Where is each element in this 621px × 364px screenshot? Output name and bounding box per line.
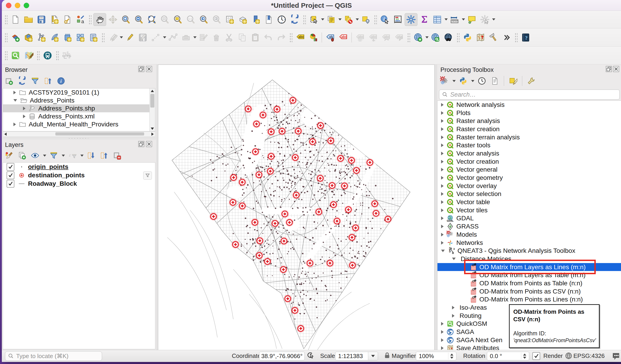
layers-float-icon[interactable]	[138, 141, 144, 147]
open-project-button[interactable]	[22, 14, 34, 26]
expand-arrow-icon[interactable]	[441, 176, 444, 180]
deselect-features-button[interactable]	[342, 14, 355, 26]
current-edits-dropdown-icon[interactable]	[120, 36, 123, 38]
browser-item[interactable]: Address_Points	[3, 96, 155, 104]
collapse-all-layers-button[interactable]	[99, 150, 109, 161]
add-web-service-button[interactable]	[412, 31, 424, 44]
expand-arrow-icon[interactable]	[441, 338, 444, 342]
lock-scale-icon[interactable]	[383, 352, 391, 360]
processing-options-button[interactable]	[526, 76, 537, 86]
processing-scripts-button[interactable]	[458, 76, 469, 86]
expand-arrow-icon[interactable]	[441, 216, 444, 220]
toolbar-drag-handle[interactable]	[374, 14, 377, 25]
browser-item[interactable]: Address_Points.xml	[3, 112, 155, 120]
expand-arrow-icon[interactable]	[441, 152, 444, 155]
zoom-last-button[interactable]	[198, 14, 210, 26]
new-temporary-layer-button[interactable]	[87, 31, 100, 44]
processing-tree-item[interactable]: Distance Matrices	[437, 255, 621, 263]
zoom-full-extent-button[interactable]	[146, 14, 158, 26]
toolbar-drag-handle[interactable]	[407, 32, 410, 43]
expand-arrow-icon[interactable]	[441, 241, 444, 245]
messages-icon[interactable]	[611, 351, 621, 361]
browser-properties-button[interactable]: i	[55, 76, 67, 86]
select-features-button[interactable]	[308, 14, 320, 26]
expand-arrow-icon[interactable]	[14, 91, 16, 94]
extents-toggle-icon[interactable]	[307, 351, 316, 361]
layer-labeling-button[interactable]: abc	[294, 31, 307, 44]
layers-close-icon[interactable]	[146, 141, 152, 147]
new-virtual-layer-button[interactable]	[74, 31, 86, 44]
expand-arrow-icon[interactable]	[441, 233, 444, 237]
new-print-layout-button[interactable]	[48, 14, 61, 26]
render-checkbox[interactable]	[533, 352, 540, 360]
toolbar-overflow-button[interactable]	[500, 31, 513, 44]
layer-visibility-checkbox[interactable]	[7, 172, 14, 179]
toolbar-drag-handle[interactable]	[4, 32, 7, 43]
crs-status[interactable]: EPSG:4326	[573, 352, 604, 360]
style-manager-button[interactable]: a	[74, 14, 86, 26]
processing-search-box[interactable]	[439, 90, 620, 100]
expand-arrow-icon[interactable]	[441, 160, 444, 163]
attribute-table-button[interactable]	[431, 14, 443, 26]
expand-arrow-icon[interactable]	[23, 115, 25, 118]
run-feature-action-dropdown-icon[interactable]	[492, 18, 495, 20]
expand-arrow-icon[interactable]	[441, 192, 444, 196]
locator-input[interactable]	[16, 352, 102, 360]
select-by-value-dropdown-icon[interactable]	[338, 18, 342, 20]
add-web-service-dropdown-icon[interactable]	[425, 36, 429, 38]
expand-arrow-icon[interactable]	[452, 306, 454, 309]
layer-visibility-checkbox[interactable]	[7, 180, 14, 188]
expand-arrow-icon[interactable]	[441, 346, 444, 350]
expand-arrow-icon[interactable]	[441, 225, 444, 228]
measure-button[interactable]	[448, 14, 461, 26]
zoom-to-selection-button[interactable]	[172, 14, 184, 26]
processing-tree-item[interactable]: Raster terrain analysis	[437, 133, 621, 142]
browser-item[interactable]: ACST5Y2019_S0101 (1)	[3, 88, 155, 96]
panel-splitter[interactable]	[2, 137, 156, 140]
magnifier-spin-icons[interactable]	[448, 353, 455, 360]
expand-arrow-icon[interactable]	[23, 107, 25, 110]
expand-arrow-icon[interactable]	[441, 103, 444, 107]
expand-arrow-icon[interactable]	[441, 136, 444, 139]
collapse-all-browser-button[interactable]	[43, 76, 53, 86]
layer-filter-indicator-icon[interactable]	[143, 172, 152, 180]
show-bookmarks-button[interactable]	[262, 14, 275, 26]
locator-search[interactable]	[5, 351, 102, 361]
select-features-dropdown-icon[interactable]	[321, 18, 324, 20]
browser-float-icon[interactable]	[138, 66, 144, 72]
expand-arrow-icon[interactable]	[14, 123, 16, 126]
processing-tree-item[interactable]: ODOD Matrix from Points as Table (n:n)	[437, 279, 621, 287]
toolbar-drag-handle[interactable]	[4, 14, 7, 25]
scale-combobox[interactable]: 1:121383	[335, 352, 378, 360]
rotation-spin-icons[interactable]	[521, 353, 528, 360]
data-source-manager-button[interactable]	[9, 31, 22, 44]
attribute-table-dropdown-icon[interactable]	[445, 18, 448, 20]
pan-to-selection-button[interactable]	[107, 14, 119, 26]
processing-models-dropdown-icon[interactable]	[452, 80, 456, 82]
toolbar-drag-handle[interactable]	[289, 32, 293, 43]
remove-layer-button[interactable]	[112, 150, 122, 161]
layout-manager-button[interactable]	[61, 14, 73, 26]
plugin-builder-button[interactable]	[487, 31, 500, 44]
expand-all-layers-button[interactable]	[86, 150, 97, 161]
filter-legend-button[interactable]	[48, 150, 59, 161]
expand-arrow-icon[interactable]	[441, 330, 444, 334]
processing-tree-item[interactable]: Vector overlay	[437, 182, 621, 190]
layer-item-Roadway_Block[interactable]: Roadway_Block	[3, 179, 155, 188]
identify-features-button[interactable]: i	[379, 14, 391, 26]
toolbar-drag-handle[interactable]	[55, 50, 59, 61]
processing-tree-item[interactable]: ODOD-Matrix from Points as Lines (n:n)	[437, 296, 621, 304]
browser-item[interactable]: Adult_Mental_Health_Providers	[3, 120, 155, 128]
help-contents-button[interactable]: ?	[519, 31, 532, 44]
toolbar-drag-handle[interactable]	[101, 32, 104, 43]
processing-tree-item[interactable]: QNEAT3QNEAT3 - Qgis Network Analysis Too…	[437, 247, 621, 255]
browser-horizontal-scrollbar[interactable]	[3, 131, 155, 137]
open-layer-styling-button[interactable]	[4, 150, 15, 161]
collapse-arrow-icon[interactable]	[14, 99, 17, 102]
processing-tree-item[interactable]: GDALGDAL	[437, 214, 621, 222]
processing-history-button[interactable]	[476, 76, 487, 86]
processing-search-input[interactable]	[450, 91, 620, 98]
temporal-controller-button[interactable]	[276, 14, 288, 26]
scale-dropdown-icon[interactable]	[368, 352, 378, 360]
toggle-editing-button[interactable]	[124, 31, 136, 44]
